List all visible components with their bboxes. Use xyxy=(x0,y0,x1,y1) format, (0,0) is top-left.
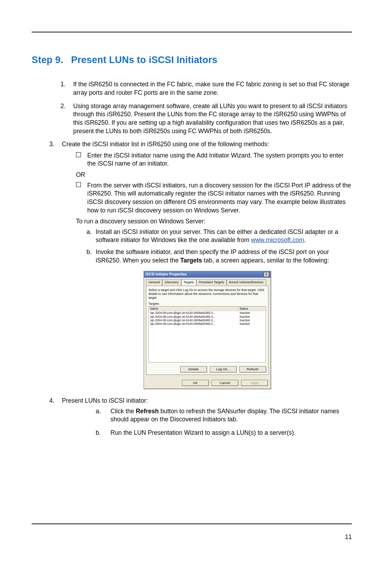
step-title: Present LUNs to iSCSI Initiators xyxy=(71,55,217,65)
microsoft-link[interactable]: www.microsoft.com xyxy=(251,236,304,243)
step4-alpha-b: b. Run the LUN Presentation Wizard to as… xyxy=(96,429,352,437)
checkbox-bullet-icon xyxy=(76,152,81,157)
tab-general[interactable]: General xyxy=(146,279,162,285)
step4-alpha-a: a. Click the Refresh button to refresh t… xyxy=(96,407,352,424)
logon-button[interactable]: Log On... xyxy=(210,366,236,372)
refresh-button[interactable]: Refresh xyxy=(239,366,266,372)
dialog-instruction: Select a target and click Log On to acce… xyxy=(148,288,266,299)
step-prefix: Step 9. xyxy=(32,55,63,65)
item-text: Using storage array management software,… xyxy=(73,103,347,135)
s4b-text: Run the LUN Presentation Wizard to assig… xyxy=(110,429,296,436)
col-name: Name xyxy=(149,307,238,311)
alpha-text-post: tab, a screen appears, similar to the fo… xyxy=(202,257,329,264)
apply-button[interactable]: Apply xyxy=(241,380,268,386)
item-number: 1. xyxy=(61,80,66,89)
alpha-item-b: b. Invoke the software initiator, and th… xyxy=(87,248,352,265)
dialog-screenshot: iSCSI Initiator Properties × General Dis… xyxy=(144,271,270,389)
dialog-tabs: General Discovery Targets Persistent Tar… xyxy=(146,279,268,285)
checkbox-bullet-icon xyxy=(76,182,81,187)
sub-bullet-2: From the server with iSCSI initiators, r… xyxy=(76,181,352,215)
ok-button[interactable]: OK xyxy=(182,380,209,386)
targets-listbox[interactable]: Name Status iqn.2004-08.com.qlogic.isr-6… xyxy=(148,306,266,363)
step-heading: Step 9.Present LUNs to iSCSI Initiators xyxy=(32,54,352,66)
list-item-2: 2. Using storage array management softwa… xyxy=(61,102,352,136)
list-item-1: 1. If the iSR6250 is connected in the FC… xyxy=(61,80,352,97)
page-number: 11 xyxy=(345,533,352,541)
details-button[interactable]: Details xyxy=(180,366,207,372)
refresh-bold: Refresh xyxy=(136,408,159,415)
item-text: Create the iSCSI initiator list in iSR62… xyxy=(62,141,269,148)
tab-discovery[interactable]: Discovery xyxy=(162,279,181,285)
alpha-letter: a. xyxy=(96,407,101,416)
col-status: Status xyxy=(238,307,266,311)
run-instruction: To run a discovery session on Windows Se… xyxy=(76,217,352,226)
table-row[interactable]: iqn.2004-08.com.qlogic.isr-6140.0608a004… xyxy=(149,318,266,322)
sub-text: From the server with iSCSI initiators, r… xyxy=(87,182,351,214)
tab-persistent[interactable]: Persistent Targets xyxy=(196,279,227,285)
alpha-letter: a. xyxy=(87,228,92,236)
or-separator: OR xyxy=(76,171,352,179)
dialog-titlebar: iSCSI Initiator Properties × xyxy=(144,271,271,278)
alpha-letter: b. xyxy=(96,429,101,437)
cancel-button[interactable]: Cancel xyxy=(211,380,238,386)
alpha-item-a: a. Install an iSCSI initiator on your se… xyxy=(87,228,352,245)
table-row[interactable]: iqn.2004-08.com.qlogic.isr-6140.0608a004… xyxy=(149,315,266,318)
item-number: 2. xyxy=(61,102,66,111)
dialog-title-text: iSCSI Initiator Properties xyxy=(145,272,187,277)
table-row[interactable]: iqn.2004-08.com.qlogic.isr-6140.0608a004… xyxy=(149,322,266,326)
item-text: If the iSR6250 is connected in the FC fa… xyxy=(73,81,349,96)
item-text: Present LUNs to iSCSI initiator: xyxy=(62,397,148,404)
close-icon[interactable]: × xyxy=(264,272,269,277)
alpha-letter: b. xyxy=(87,248,92,256)
sub-bullet-1: Enter the iSCSI initiator name using the… xyxy=(76,151,352,168)
sub-text: Enter the iSCSI initiator name using the… xyxy=(87,152,343,167)
list-item-3: 3. Create the iSCSI initiator list in iS… xyxy=(49,140,352,389)
top-rule xyxy=(32,32,352,32)
list-item-4: 4. Present LUNs to iSCSI initiator: a. C… xyxy=(49,397,352,437)
item-number: 4. xyxy=(49,397,55,405)
tab-targets[interactable]: Targets xyxy=(181,279,197,285)
s4a-pre: Click the xyxy=(110,408,136,415)
tab-bound[interactable]: Bound Volumes/Devices xyxy=(227,279,266,285)
targets-bold: Targets xyxy=(180,257,202,264)
alpha-text-post: . xyxy=(304,236,306,243)
bottom-rule xyxy=(32,524,352,524)
table-row[interactable]: iqn.2004-08.com.qlogic.isr-6140.0608a004… xyxy=(149,311,266,315)
item-number: 3. xyxy=(49,140,55,149)
targets-label: Targets: xyxy=(148,302,266,306)
